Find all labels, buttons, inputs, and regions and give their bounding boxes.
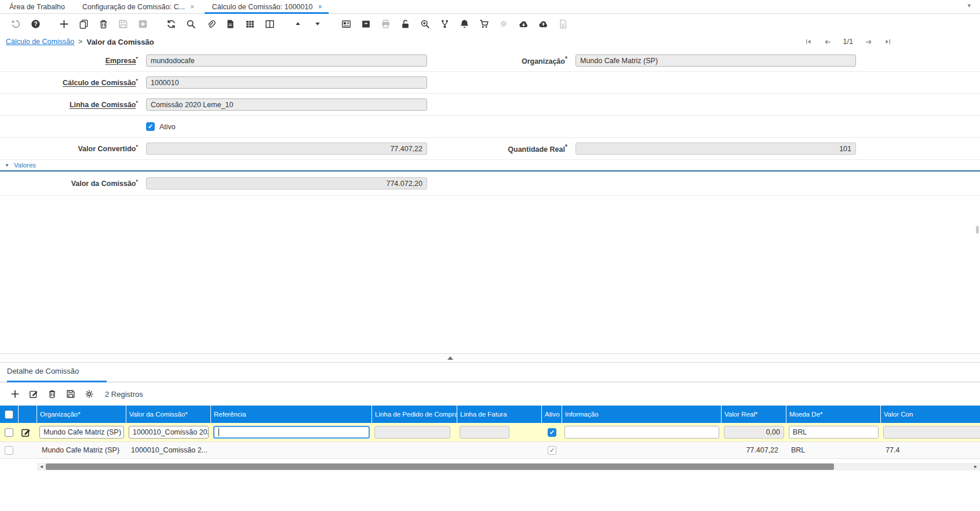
column-header-linha-fatura[interactable]: Linha de Fatura xyxy=(457,406,542,423)
first-record-icon[interactable] xyxy=(804,37,813,46)
parent-record-icon[interactable] xyxy=(291,17,305,31)
tab-area-de-trabalho[interactable]: Área de Trabalho xyxy=(0,0,73,13)
detail-record-icon[interactable] xyxy=(311,17,325,31)
workflow-icon[interactable] xyxy=(438,17,451,31)
zoom-across-icon[interactable] xyxy=(418,17,432,31)
edit-row-icon[interactable] xyxy=(27,388,40,400)
table-row[interactable]: Mundo Cafe Matriz (SP) 1000010_Comissão … xyxy=(0,441,980,459)
save-create-icon xyxy=(136,17,150,31)
informacao-cell-input[interactable] xyxy=(564,426,719,439)
export-cloud-icon[interactable] xyxy=(516,17,530,31)
ativo-checkbox[interactable] xyxy=(146,122,155,131)
row-select-checkbox[interactable] xyxy=(5,446,13,455)
save-row-icon[interactable] xyxy=(64,388,77,400)
breadcrumb: Cálculo de Comissão > Valor da Comissão xyxy=(6,38,154,46)
ativo-cell-checkbox xyxy=(548,446,556,455)
linha-fatura-cell xyxy=(457,442,542,458)
split-layout-icon[interactable] xyxy=(263,17,276,31)
ativo-cell-checkbox[interactable] xyxy=(548,428,556,437)
column-header-linha-pedido[interactable]: Linha de Pedido de Compra xyxy=(372,406,457,423)
import-cloud-icon[interactable] xyxy=(536,17,550,31)
linha-pedido-cell xyxy=(372,442,457,458)
informacao-cell xyxy=(562,442,722,458)
notifications-icon[interactable] xyxy=(457,17,471,31)
tab-configuracao-comissao[interactable]: Configuração de Comissão: C...× xyxy=(73,0,203,13)
help-icon[interactable] xyxy=(28,17,42,31)
panel-splitter[interactable] xyxy=(0,353,980,363)
column-header-referencia[interactable]: Referência xyxy=(211,406,372,423)
column-header-valor-convertido[interactable]: Valor Con xyxy=(881,406,980,423)
breadcrumb-row: Cálculo de Comissão > Valor da Comissão … xyxy=(0,34,980,50)
vertical-scrollbar-thumb[interactable] xyxy=(976,226,979,233)
valores-section-header[interactable]: ▼ Valores xyxy=(0,160,980,171)
window-tab-bar: Área de Trabalho Configuração de Comissã… xyxy=(0,0,980,14)
chat-notes-icon[interactable] xyxy=(223,17,237,31)
delete-record-icon[interactable] xyxy=(96,17,110,31)
scroll-left-icon[interactable]: ◄ xyxy=(37,463,46,470)
record-pagination: 1/1 xyxy=(799,37,898,46)
organizacao-cell-input[interactable]: Mundo Cafe Matriz (SP) xyxy=(39,426,124,439)
record-count-label: 1/1 xyxy=(843,38,853,46)
column-header-valor-comissao[interactable]: Valor da Comissão* xyxy=(126,406,211,423)
form-row-ativo: Ativo xyxy=(0,116,980,138)
text-cursor xyxy=(218,428,219,436)
delete-row-icon[interactable] xyxy=(46,388,59,400)
new-row-icon[interactable] xyxy=(9,388,21,400)
grid-toggle-icon[interactable] xyxy=(243,17,257,31)
linha-comissao-field[interactable]: Comissão 2020 Leme_10 xyxy=(146,98,427,111)
valor-comissao-cell: 1000010_Comissão 2... xyxy=(126,442,211,458)
previous-record-icon[interactable] xyxy=(824,37,833,46)
collapse-caret-icon: ▼ xyxy=(5,163,9,168)
linha-fatura-cell-input xyxy=(460,426,509,439)
column-header-valor-real[interactable]: Valor Real* xyxy=(722,406,786,423)
last-record-icon[interactable] xyxy=(883,37,892,46)
valor-real-cell: 77.407,22 xyxy=(722,442,786,458)
tab-overflow-caret-icon[interactable]: ▾ xyxy=(967,2,971,9)
tab-detalhe-de-comissao[interactable]: Detalhe de Comissão xyxy=(7,367,107,382)
customize-grid-icon[interactable] xyxy=(83,388,96,400)
valor-comissao-field: 774.072,20 xyxy=(146,177,427,189)
quantidade-real-label: Quantidade Real* xyxy=(427,144,567,154)
settings-gear-icon xyxy=(497,17,511,31)
empresa-field[interactable]: mundodocafe xyxy=(146,54,427,67)
breadcrumb-parent-link[interactable]: Cálculo de Comissão xyxy=(6,38,74,46)
organizacao-field[interactable]: Mundo Cafe Matriz (SP) xyxy=(575,54,856,67)
undo-icon[interactable] xyxy=(9,17,23,31)
select-all-checkbox[interactable] xyxy=(5,410,13,419)
moeda-de-cell-input[interactable]: BRL xyxy=(789,426,879,439)
row-select-checkbox[interactable] xyxy=(5,428,13,437)
column-header-moeda-de[interactable]: Moeda De* xyxy=(786,406,881,423)
column-header-organizacao[interactable]: Organização* xyxy=(37,406,126,423)
refresh-icon[interactable] xyxy=(164,17,178,31)
valor-convertido-field: 77.407,22 xyxy=(146,143,427,155)
scrollbar-track[interactable] xyxy=(46,463,971,470)
scrollbar-thumb[interactable] xyxy=(46,463,834,470)
find-icon[interactable] xyxy=(184,17,198,31)
edit-row-icon[interactable] xyxy=(21,428,31,437)
valor-comissao-cell-input[interactable]: 1000010_Comissão 202 xyxy=(129,426,209,439)
close-tab-icon[interactable]: × xyxy=(318,3,322,10)
new-record-icon[interactable] xyxy=(57,17,71,31)
calculo-comissao-field[interactable]: 1000010 xyxy=(146,76,427,89)
tab-label: Cálculo de Comissão: 1000010 xyxy=(212,3,313,11)
collapse-panel-icon[interactable] xyxy=(447,356,453,360)
close-tab-icon[interactable]: × xyxy=(190,3,195,10)
referencia-cell-input[interactable] xyxy=(213,426,370,439)
scroll-right-icon[interactable]: ► xyxy=(971,463,980,470)
tab-label: Configuração de Comissão: C... xyxy=(82,3,185,11)
valor-convertido-cell: 77.4 xyxy=(881,442,980,458)
detail-toolbar: 2 Registros xyxy=(0,382,980,406)
cart-icon[interactable] xyxy=(477,17,491,31)
breadcrumb-current: Valor da Comissão xyxy=(86,38,154,46)
next-record-icon[interactable] xyxy=(864,37,873,46)
lock-icon[interactable] xyxy=(398,17,412,31)
archive-icon[interactable] xyxy=(359,17,373,31)
report-icon[interactable] xyxy=(339,17,353,31)
breadcrumb-separator: > xyxy=(78,38,82,46)
column-header-ativo[interactable]: Ativo xyxy=(542,406,562,423)
copy-record-icon[interactable] xyxy=(76,17,90,31)
organizacao-label: Organização* xyxy=(427,56,567,65)
column-header-informacao[interactable]: Informação xyxy=(562,406,722,423)
attachment-icon[interactable] xyxy=(203,17,217,31)
tab-calculo-comissao[interactable]: Cálculo de Comissão: 1000010× xyxy=(203,0,330,13)
